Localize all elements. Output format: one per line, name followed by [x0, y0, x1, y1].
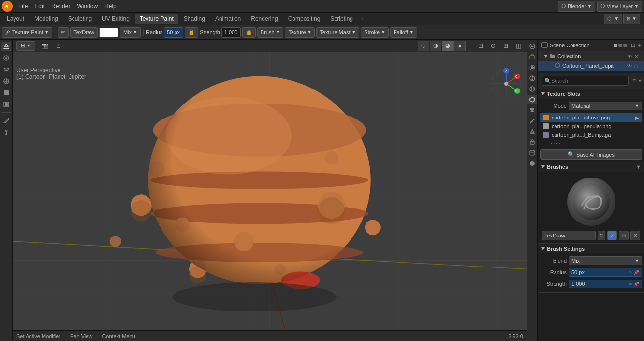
- brush-dropdown[interactable]: Brush ▼: [257, 27, 284, 38]
- tool-annotate[interactable]: [1, 116, 11, 125]
- blend-mode-dropdown[interactable]: Mix ▼: [120, 27, 141, 38]
- properties-chevron[interactable]: ▼: [638, 78, 642, 83]
- tab-rendering[interactable]: Rendering: [246, 14, 282, 24]
- viewport-mode-btn[interactable]: ⊞ ▼: [16, 41, 35, 51]
- brush-name-input[interactable]: TexDraw: [542, 231, 596, 240]
- radius-prop-value[interactable]: 50 px ✏ 📌: [569, 268, 642, 277]
- gizmo[interactable]: X Y Z: [489, 67, 523, 101]
- shade-wire-btn[interactable]: ⬡: [418, 41, 429, 51]
- texture-slot-1[interactable]: cartoon_pla...pecular.png: [540, 122, 642, 131]
- brushes-options-chevron[interactable]: ▼: [636, 164, 641, 170]
- add-collection-icon[interactable]: +: [638, 43, 641, 48]
- collection-row[interactable]: Collection 👁 ✕: [538, 51, 644, 61]
- object-eye-icon[interactable]: 👁: [627, 63, 632, 69]
- object-hide-viewport[interactable]: ◌: [634, 63, 638, 69]
- viewport-camera-btn[interactable]: 📷: [39, 42, 50, 50]
- tab-layout[interactable]: Layout: [2, 14, 29, 24]
- prop-render-icon[interactable]: [527, 42, 537, 51]
- texture-dropdown[interactable]: Texture ▼: [285, 27, 315, 38]
- menu-file[interactable]: File: [15, 2, 30, 11]
- properties-search[interactable]: 🔍: [542, 76, 629, 86]
- blend-value-display[interactable]: Mix ▼: [569, 256, 642, 265]
- collection-hide-icon[interactable]: ✕: [634, 54, 638, 59]
- brush-delete-btn[interactable]: ✕: [630, 231, 640, 240]
- save-all-images-btn[interactable]: 🔍 Save All Images: [540, 149, 642, 160]
- prop-physics-icon[interactable]: [527, 127, 537, 136]
- view-layer-selector[interactable]: ⬡ View Layer ▼: [597, 1, 642, 12]
- overlay-btn[interactable]: ⊞: [501, 42, 510, 50]
- tool-clone[interactable]: [1, 76, 11, 86]
- prop-constraints-icon[interactable]: [527, 137, 537, 147]
- falloff-dropdown[interactable]: Falloff ▼: [390, 27, 417, 38]
- radius-value[interactable]: 50 px: [164, 27, 183, 38]
- viewport-wire-btn[interactable]: ⊡: [54, 42, 63, 50]
- tool-fill[interactable]: [1, 88, 11, 98]
- brushes-header[interactable]: Brushes ▼: [538, 162, 644, 172]
- filter-icon-2[interactable]: ≡: [632, 77, 636, 84]
- filter-icon[interactable]: ⊞: [631, 42, 635, 48]
- brush-settings-header[interactable]: Brush Settings: [538, 244, 644, 253]
- texture-mask-dropdown[interactable]: Texture Mast ▼: [316, 27, 359, 38]
- shade-render-btn[interactable]: ●: [454, 41, 466, 51]
- collection-eye-icon[interactable]: 👁: [628, 54, 632, 59]
- tool-mask[interactable]: [1, 100, 11, 109]
- menu-window[interactable]: Window: [74, 2, 101, 11]
- viewport-shading-toggle[interactable]: ⊞ ▼: [623, 14, 640, 24]
- tab-texture-paint[interactable]: Texture Paint: [135, 14, 178, 24]
- prop-output-icon[interactable]: [527, 52, 537, 62]
- prop-world-icon[interactable]: [527, 84, 537, 94]
- snap-btn[interactable]: ⊡: [476, 42, 485, 50]
- shade-solid-btn[interactable]: ◑: [430, 41, 441, 51]
- prop-material-icon[interactable]: [527, 159, 537, 168]
- strength-pin-icon[interactable]: 📌: [633, 282, 639, 287]
- texture-slot-0[interactable]: cartoon_pla...diffuse.png ▶: [540, 113, 642, 122]
- tab-animation[interactable]: Animation: [210, 14, 246, 24]
- prop-modifier-icon[interactable]: [527, 105, 537, 115]
- stroke-dropdown[interactable]: Stroke ▼: [361, 27, 389, 38]
- tool-draw[interactable]: [1, 42, 11, 51]
- tab-uv-editing[interactable]: UV Editing: [97, 14, 134, 24]
- scene-selector[interactable]: ⬡ Blender ▼: [558, 1, 595, 12]
- brush-name-display[interactable]: TexDraw: [70, 27, 98, 38]
- search-input[interactable]: [551, 78, 626, 84]
- blender-logo[interactable]: B: [2, 1, 13, 12]
- tab-modeling[interactable]: Modeling: [29, 14, 63, 24]
- tab-shading[interactable]: Shading: [179, 14, 210, 24]
- prop-view-icon[interactable]: [527, 63, 537, 73]
- strength-prop-value[interactable]: 1.000 ✏ 📌: [569, 280, 642, 288]
- prop-scene-icon[interactable]: [527, 74, 537, 83]
- menu-edit[interactable]: Edit: [31, 2, 47, 11]
- tab-compositing[interactable]: Compositing: [283, 14, 325, 24]
- tab-scripting[interactable]: Scripting: [325, 14, 358, 24]
- add-workspace-button[interactable]: +: [358, 15, 367, 23]
- xray-btn[interactable]: ◫: [514, 42, 523, 50]
- texture-slots-header[interactable]: Texture Slots: [538, 89, 644, 99]
- tool-annotate-line[interactable]: [1, 127, 11, 137]
- tab-sculpting[interactable]: Sculpting: [63, 14, 97, 24]
- engine-selector[interactable]: ⬡ ▼: [604, 14, 622, 24]
- prop-particles-icon[interactable]: [527, 116, 537, 126]
- viewport-canvas[interactable]: User Perspective (1) Cartoon_Planet_Jupi…: [13, 52, 527, 330]
- brush-copy-btn[interactable]: ⧉: [619, 231, 629, 240]
- radius-edit-icon[interactable]: ✏: [629, 270, 632, 275]
- menu-help[interactable]: Help: [102, 2, 119, 11]
- brush-check-btn[interactable]: ✓: [607, 231, 617, 240]
- color-swatch[interactable]: [99, 28, 118, 37]
- texture-slot-2[interactable]: cartoon_pla...l_Bump.tga: [540, 131, 642, 139]
- prop-object-icon[interactable]: [527, 95, 537, 104]
- object-row[interactable]: Cartoon_Planet_Jupit 👁 ◌: [538, 61, 644, 71]
- menu-render[interactable]: Render: [48, 2, 73, 11]
- tool-soften[interactable]: [1, 53, 11, 63]
- proportional-btn[interactable]: ⊙: [489, 42, 498, 50]
- tool-smear[interactable]: [1, 65, 11, 74]
- brush-icon-btn[interactable]: ✏: [58, 27, 69, 38]
- shade-material-btn[interactable]: ◕: [442, 41, 454, 51]
- prop-data-icon[interactable]: [527, 148, 537, 158]
- strength-lock-btn[interactable]: 🔒: [242, 27, 256, 38]
- radius-lock-btn[interactable]: 🔒: [185, 27, 198, 38]
- mode-value-display[interactable]: Material ▼: [569, 102, 642, 110]
- strength-edit-icon[interactable]: ✏: [629, 282, 632, 287]
- texture-paint-mode-btn[interactable]: 🖊 Texture Paint ▼: [2, 27, 52, 38]
- radius-pin-icon[interactable]: 📌: [633, 270, 639, 275]
- strength-value[interactable]: 1.000: [221, 27, 241, 38]
